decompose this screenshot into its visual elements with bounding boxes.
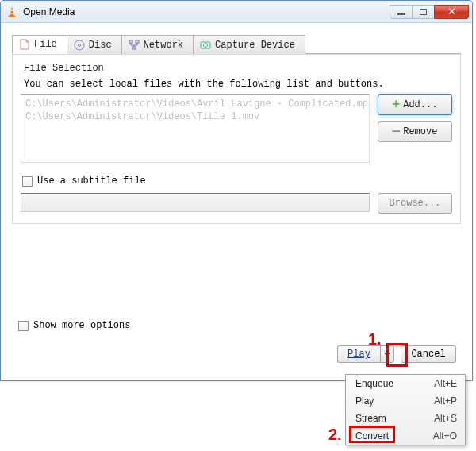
- maximize-icon: [420, 9, 427, 15]
- maximize-button[interactable]: [412, 5, 434, 19]
- play-button-label: Play: [347, 349, 370, 360]
- svg-point-5: [78, 44, 80, 46]
- svg-rect-7: [136, 40, 139, 43]
- menu-shortcut: Alt+E: [434, 378, 457, 389]
- menu-item-convert[interactable]: Convert Alt+O: [346, 427, 465, 445]
- menu-item-play[interactable]: Play Alt+P: [346, 392, 465, 410]
- file-list[interactable]: C:\Users\Administrator\Videos\Avril Lavi…: [21, 94, 370, 163]
- titlebar: Open Media ✕: [1, 1, 472, 23]
- annotation-label-2: 2.: [328, 426, 342, 444]
- menu-label: Convert: [355, 430, 433, 441]
- file-item[interactable]: C:\Users\Administrator\Videos\Avril Lavi…: [24, 98, 367, 110]
- remove-button[interactable]: — Remove: [378, 121, 452, 142]
- minimize-icon: [397, 13, 405, 15]
- window-controls: ✕: [390, 5, 469, 19]
- svg-point-10: [204, 43, 208, 47]
- subtitle-checkbox[interactable]: [22, 176, 33, 187]
- tab-capture[interactable]: Capture Device: [193, 35, 305, 54]
- show-more-label: Show more options: [33, 320, 130, 331]
- menu-item-stream[interactable]: Stream Alt+S: [346, 410, 465, 427]
- subtitle-path-input[interactable]: [21, 193, 370, 212]
- subtitle-label: Use a subtitle file: [37, 175, 146, 187]
- play-split-button: Play: [337, 345, 394, 363]
- tab-network[interactable]: Network: [121, 35, 194, 54]
- svg-rect-3: [9, 15, 16, 17]
- capture-icon: [200, 40, 211, 51]
- tab-network-label: Network: [144, 40, 183, 51]
- play-dropdown-menu: Enqueue Alt+E Play Alt+P Stream Alt+S Co…: [345, 374, 466, 445]
- network-icon: [129, 40, 140, 51]
- menu-shortcut: Alt+P: [434, 395, 457, 407]
- tabs: File Disc Network Capture Device: [12, 34, 461, 54]
- file-panel: File Selection You can select local file…: [12, 54, 461, 224]
- svg-rect-2: [10, 13, 14, 14]
- minus-icon: —: [393, 125, 401, 137]
- disc-icon: [74, 40, 85, 51]
- svg-rect-6: [129, 40, 132, 43]
- show-more-row: Show more options: [18, 320, 130, 331]
- cancel-button-label: Cancel: [411, 349, 445, 360]
- close-button[interactable]: ✕: [434, 5, 469, 19]
- close-icon: ✕: [447, 6, 456, 17]
- open-media-window: Open Media ✕ File Disc Network Capture D…: [0, 0, 473, 381]
- file-selection-title: File Selection: [24, 63, 452, 74]
- remove-button-label: Remove: [403, 126, 437, 137]
- tab-disc[interactable]: Disc: [67, 35, 122, 54]
- menu-label: Enqueue: [355, 378, 434, 389]
- window-title: Open Media: [23, 6, 390, 17]
- minimize-button[interactable]: [390, 5, 412, 19]
- file-item[interactable]: C:\Users\Administrator\Videos\Title 1.mo…: [24, 110, 367, 123]
- browse-button-label: Browse...: [390, 198, 441, 209]
- svg-rect-8: [132, 47, 136, 49]
- menu-shortcut: Alt+S: [434, 413, 457, 424]
- add-button[interactable]: + Add...: [378, 94, 452, 115]
- tab-disc-label: Disc: [89, 40, 112, 51]
- file-icon: [19, 39, 30, 50]
- add-button-label: Add...: [403, 99, 437, 110]
- svg-rect-1: [10, 10, 13, 11]
- browse-button[interactable]: Browse...: [378, 193, 452, 214]
- tab-file-label: File: [34, 39, 57, 50]
- window-body: File Disc Network Capture Device File Se…: [1, 23, 472, 380]
- play-dropdown-button[interactable]: [380, 345, 394, 363]
- chevron-down-icon: [384, 353, 390, 357]
- file-selection-instruction: You can select local files with the foll…: [24, 79, 452, 90]
- svg-marker-0: [10, 6, 14, 16]
- menu-label: Stream: [355, 413, 434, 424]
- menu-shortcut: Alt+O: [433, 430, 457, 441]
- vlc-cone-icon: [6, 6, 18, 18]
- show-more-checkbox[interactable]: [18, 321, 29, 331]
- annotation-label-1: 1.: [368, 330, 382, 349]
- menu-label: Play: [355, 395, 434, 407]
- cancel-button[interactable]: Cancel: [401, 345, 456, 363]
- menu-item-enqueue[interactable]: Enqueue Alt+E: [346, 375, 465, 392]
- bottom-buttons: Play Cancel: [337, 345, 456, 363]
- tab-capture-label: Capture Device: [215, 40, 295, 51]
- plus-icon: +: [393, 98, 401, 111]
- tab-file[interactable]: File: [12, 35, 67, 54]
